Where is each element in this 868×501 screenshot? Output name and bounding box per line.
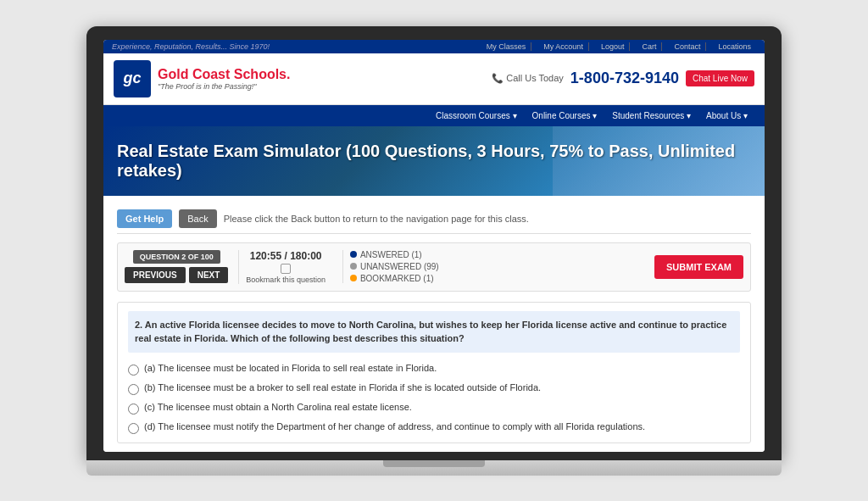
radio-b[interactable] [128, 384, 139, 395]
bookmark-control[interactable]: Bookmark this question [246, 264, 326, 284]
answer-option-d[interactable]: (d) The licensee must notify the Departm… [128, 421, 740, 434]
screen-bezel: Experience, Reputation, Results... Since… [86, 26, 782, 460]
phone-label: 📞 Call Us Today [492, 73, 564, 84]
unanswered-label: UNANSWERED (99) [360, 262, 439, 271]
nav-student-resources[interactable]: Student Resources ▾ [605, 109, 698, 123]
quiz-controls: QUESTION 2 OF 100 PREVIOUS NEXT 120:55 /… [117, 242, 751, 292]
phone-number: 1-800-732-9140 [570, 70, 679, 87]
question-counter: QUESTION 2 OF 100 [133, 250, 220, 264]
answer-option-a[interactable]: (a) The licensee must be located in Flor… [128, 363, 740, 376]
action-hint: Please click the Back button to return t… [224, 214, 529, 224]
back-button[interactable]: Back [179, 209, 216, 228]
tagline: Experience, Reputation, Results... Since… [112, 42, 270, 51]
answer-options: (a) The licensee must be located in Flor… [128, 363, 740, 434]
cart-link[interactable]: Cart [637, 42, 662, 51]
status-area: ANSWERED (1) UNANSWERED (99) BOOKMARKED … [342, 250, 446, 283]
radio-c[interactable] [128, 404, 139, 415]
get-help-button[interactable]: Get Help [117, 209, 172, 228]
submit-exam-button[interactable]: SUBMIT EXAM [654, 255, 743, 279]
question-block: 2. An active Florida licensee decides to… [117, 302, 751, 443]
my-account-link[interactable]: My Account [538, 42, 589, 51]
unanswered-status: UNANSWERED (99) [350, 262, 439, 271]
timer-area: 120:55 / 180:00 Bookmark this question [238, 250, 332, 284]
next-button[interactable]: NEXT [189, 267, 229, 283]
header-contact: 📞 Call Us Today 1-800-732-9140 Chat Live… [492, 70, 754, 87]
answered-label: ANSWERED (1) [360, 250, 422, 259]
contact-link[interactable]: Contact [669, 42, 706, 51]
question-text: 2. An active Florida licensee decides to… [128, 311, 740, 353]
logo-text: Gold Coast Schools. "The Proof is in the… [158, 67, 290, 91]
browser-window: Experience, Reputation, Results... Since… [103, 40, 765, 452]
question-nav: QUESTION 2 OF 100 PREVIOUS NEXT [125, 250, 228, 283]
phone-area: 📞 Call Us Today 1-800-732-9140 Chat Live… [492, 70, 754, 87]
laptop-frame: Experience, Reputation, Results... Since… [86, 26, 782, 476]
nav-online-courses[interactable]: Online Courses ▾ [526, 109, 604, 123]
logo-name: Gold Coast Schools. [158, 67, 290, 82]
action-bar: Get Help Back Please click the Back butt… [117, 204, 751, 234]
unanswered-dot [350, 263, 357, 270]
bookmarked-dot [350, 275, 357, 281]
answer-text-b: (b) The licensee must be a broker to sel… [144, 382, 541, 392]
bookmarked-status: BOOKMARKED (1) [350, 274, 439, 283]
my-classes-link[interactable]: My Classes [481, 42, 532, 51]
answer-text-c: (c) The licensee must obtain a North Car… [144, 402, 412, 412]
locations-link[interactable]: Locations [713, 42, 756, 51]
radio-a[interactable] [128, 365, 139, 376]
previous-button[interactable]: PREVIOUS [125, 267, 186, 283]
logout-link[interactable]: Logout [596, 42, 631, 51]
logo-area[interactable]: gc Gold Coast Schools. "The Proof is in … [114, 60, 290, 97]
site-header: gc Gold Coast Schools. "The Proof is in … [103, 53, 765, 105]
nav-classroom-courses[interactable]: Classroom Courses ▾ [429, 109, 524, 123]
main-nav: Classroom Courses ▾ Online Courses ▾ Stu… [103, 105, 765, 126]
radio-d[interactable] [128, 423, 139, 434]
hero-banner: Real Estate Exam Simulator (100 Question… [103, 126, 765, 196]
bookmarked-label: BOOKMARKED (1) [360, 274, 434, 283]
chat-button[interactable]: Chat Live Now [686, 70, 754, 86]
logo-tagline: "The Proof is in the Passing!" [158, 82, 290, 91]
timer-display: 120:55 / 180:00 [250, 250, 322, 262]
answer-option-c[interactable]: (c) The licensee must obtain a North Car… [128, 402, 740, 415]
answered-status: ANSWERED (1) [350, 250, 439, 259]
utility-links: My Classes My Account Logout Cart Contac… [481, 42, 756, 51]
answered-dot [350, 251, 357, 258]
answer-text-d: (d) The licensee must notify the Departm… [144, 421, 645, 431]
nav-about-us[interactable]: About Us ▾ [699, 109, 754, 123]
logo-icon: gc [114, 60, 151, 97]
hero-title: Real Estate Exam Simulator (100 Question… [117, 142, 751, 181]
nav-buttons: PREVIOUS NEXT [125, 267, 228, 283]
answer-text-a: (a) The licensee must be located in Flor… [144, 363, 437, 373]
main-content: Get Help Back Please click the Back butt… [103, 196, 765, 452]
utility-bar: Experience, Reputation, Results... Since… [103, 40, 765, 53]
bookmark-label: Bookmark this question [246, 276, 326, 284]
laptop-base [86, 460, 782, 476]
answer-option-b[interactable]: (b) The licensee must be a broker to sel… [128, 382, 740, 395]
bookmark-checkbox[interactable] [281, 264, 291, 274]
